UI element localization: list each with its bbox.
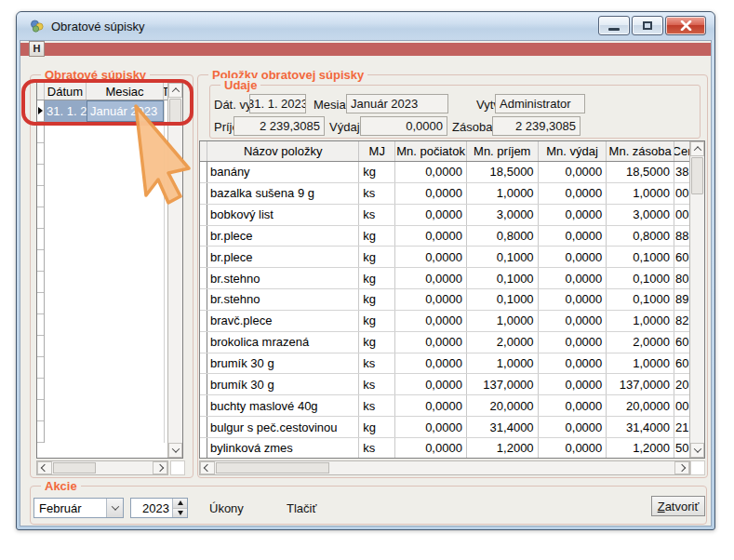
window: Obratové súpisky H Obratové súpisky Dátu… [16,11,715,530]
cell-prijem: 18,5000 [467,162,539,182]
table-row[interactable]: bobkový list ks 0,0000 3,0000 0,0000 3,0… [200,205,689,226]
cell-mj: ks [359,205,395,225]
chevron-right-icon [156,464,164,472]
toolbar-strip: H [20,43,711,56]
row-indicator [200,205,207,225]
cell-prijem: 1,0000 [467,183,539,204]
sheets-row-datum[interactable]: 31. 1. 2023 [45,100,87,122]
col-prijem[interactable]: Mn. príjem [467,141,539,161]
cell-prijem: 1,0000 [467,353,539,374]
tlacit-menu[interactable]: Tlačiť [287,501,316,515]
chevron-right-icon [678,464,686,472]
sheets-vscrollbar[interactable] [167,83,182,458]
scroll-right-button[interactable] [153,461,167,474]
col-zasoba[interactable]: Mn. zásoba [607,141,674,161]
items-hscrollbar[interactable] [199,460,690,475]
row-indicator [200,417,207,437]
row-indicator [200,353,207,374]
udaje-group-label: Udaje [220,78,260,92]
zatvorit-button[interactable]: Zatvoriť [651,496,705,516]
cell-cena: 00 [674,183,689,204]
combo-dropdown-button[interactable] [106,499,123,517]
scroll-up-button[interactable] [690,141,704,156]
col-pociatok[interactable]: Mn. počiatok [395,141,467,161]
col-indicator [200,141,207,161]
table-row[interactable]: br.stehno kg 0,0000 0,1000 0,0000 0,1000… [200,289,689,311]
table-row[interactable]: bulgur s peč.cestovinou kg 0,0000 31,400… [200,417,689,438]
cell-vydaj: 0,0000 [539,226,607,247]
dat-vyst-field[interactable]: 31. 1. 2023 [249,94,306,113]
table-row[interactable]: brumík 30 g ks 0,0000 137,0000 0,0000 13… [200,374,689,395]
cell-mj: kg [359,226,395,247]
scroll-thumb[interactable] [216,462,329,473]
minimize-button[interactable] [598,16,630,35]
row-indicator [200,332,207,353]
table-row[interactable]: brumík 30 g ks 0,0000 1,0000 0,0000 1,00… [200,353,689,375]
cell-vydaj: 0,0000 [539,311,607,331]
col-mj[interactable]: MJ [359,141,395,161]
year-up-button[interactable] [173,499,187,509]
column-separator [164,100,165,443]
cell-cena: 20 [674,374,689,394]
table-row[interactable]: br.stehno kg 0,0000 0,1000 0,0000 0,1000… [200,268,689,289]
triangle-down-icon [178,511,183,515]
cell-vydaj: 0,0000 [539,353,607,374]
cell-nazov: br.plece [207,226,359,247]
table-row[interactable]: bravč.plece kg 0,0000 1,0000 0,0000 1,00… [200,311,689,332]
row-indicator [200,183,207,204]
cell-zasoba: 1,0000 [607,183,674,204]
vytvoril-field[interactable]: Administrator [495,94,585,113]
scroll-thumb[interactable] [691,157,703,194]
table-row[interactable]: bylinková zmes ks 0,0000 1,2000 0,0000 1… [200,438,689,458]
ukony-menu[interactable]: Úkony [209,501,244,515]
zasoba-field[interactable]: 2 239,3085 [492,116,581,136]
cell-nazov: buchty maslové 40g [207,395,359,416]
sheets-hscrollbar[interactable] [36,460,168,475]
table-row[interactable]: br.plece kg 0,0000 0,1000 0,0000 0,1000 … [200,247,689,268]
table-row[interactable]: bazalka sušena 9 g ks 0,0000 1,0000 0,00… [200,183,689,205]
cell-zasoba: 1,0000 [607,311,674,331]
cell-prijem: 0,1000 [467,289,539,310]
scroll-left-button[interactable] [200,461,215,474]
row-indicator [200,374,207,394]
month-select[interactable]: Február [33,498,124,518]
cell-vydaj: 0,0000 [539,332,607,353]
vydaj-field[interactable]: 0,0000 [360,116,447,136]
cell-pociatok: 0,0000 [395,183,467,204]
year-down-button[interactable] [173,509,187,518]
year-stepper[interactable]: 2023 [130,498,188,518]
prijem-field[interactable]: 2 239,3085 [234,116,325,136]
cell-pociatok: 0,0000 [395,247,467,267]
scroll-thumb[interactable] [53,462,96,473]
sheets-row-mesiac[interactable]: Január 2023 [87,100,164,122]
scroll-up-button[interactable] [168,83,182,98]
sheets-list[interactable]: Dátum Mesiac T 31. 1. 2023 Január 2023 [36,82,183,459]
akcie-group-label: Akcie [41,479,81,493]
table-row[interactable]: banány kg 0,0000 18,5000 0,0000 18,5000 … [200,162,689,183]
row-indicator [200,289,207,310]
col-vydaj[interactable]: Mn. výdaj [539,141,607,161]
table-row[interactable]: buchty maslové 40g ks 0,0000 20,0000 0,0… [200,395,689,417]
items-vscrollbar[interactable] [689,141,704,458]
sheets-selected-row[interactable]: 31. 1. 2023 Január 2023 [37,100,167,122]
close-window-button[interactable] [665,16,706,35]
cell-mj: ks [359,353,395,374]
scroll-down-button[interactable] [690,443,704,458]
scroll-thumb[interactable] [169,99,181,125]
items-table[interactable]: Názov položky MJ Mn. počiatok Mn. príjem… [199,140,705,459]
scroll-left-button[interactable] [37,461,52,474]
mesiac-field[interactable]: Január 2023 [346,94,448,113]
col-cena[interactable]: Cer [674,141,689,161]
vydaj-label: Výdaj [329,120,360,134]
maximize-button[interactable] [632,16,663,35]
titlebar[interactable]: Obratové súpisky [17,12,714,40]
cell-nazov: brumík 30 g [207,353,359,374]
scroll-down-button[interactable] [168,443,182,458]
sheets-col-mesiac: Mesiac [87,83,164,100]
cell-zasoba: 20,0000 [607,395,674,416]
table-row[interactable]: br.plece kg 0,0000 0,8000 0,0000 0,8000 … [200,226,689,247]
table-row[interactable]: brokolica mrazená kg 0,0000 2,0000 0,000… [200,332,689,353]
col-nazov[interactable]: Názov položky [207,141,359,161]
scroll-right-button[interactable] [674,461,689,474]
h-button[interactable]: H [29,41,45,57]
